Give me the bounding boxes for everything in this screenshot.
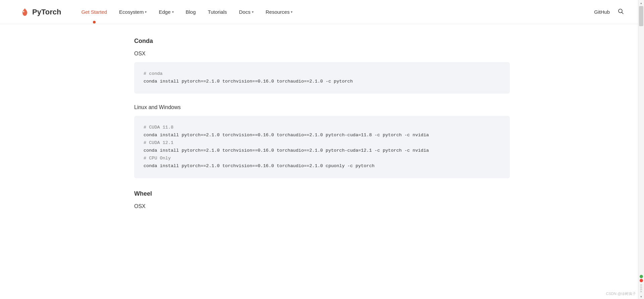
navbar-right: GitHub	[594, 8, 624, 16]
nav-blog-label: Blog	[186, 9, 196, 15]
nav-edge-label: Edge	[159, 9, 170, 15]
osx-conda-code-block: # conda conda install pytorch==2.1.0 tor…	[134, 62, 510, 94]
linux-windows-conda-code-block: # CUDA 11.8 conda install pytorch==2.1.0…	[134, 116, 510, 178]
docs-chevron-icon: ▾	[252, 10, 254, 14]
code-line-cuda121-comment: # CUDA 12.1	[144, 139, 500, 147]
conda-heading: Conda	[134, 38, 510, 45]
code-line-cuda118-install: conda install pytorch==2.1.0 torchvision…	[144, 132, 500, 139]
scroll-up-arrow[interactable]: ▲	[639, 1, 644, 5]
nav-ecosystem-label: Ecosystem	[119, 9, 144, 15]
nav-get-started[interactable]: Get Started	[81, 8, 107, 16]
code-line-osx-conda-install: conda install pytorch==2.1.0 torchvision…	[144, 78, 500, 86]
nav-tutorials-label: Tutorials	[208, 9, 227, 15]
osx-conda-subsection: OSX # conda conda install pytorch==2.1.0…	[134, 51, 510, 94]
status-dot-red	[640, 279, 643, 282]
ecosystem-chevron-icon: ▾	[145, 10, 147, 14]
search-icon	[618, 8, 624, 14]
navbar: PyTorch Get Started Ecosystem ▾ Edge ▾ B…	[0, 0, 644, 24]
code-line-cpu-comment: # CPU Only	[144, 155, 500, 162]
status-dot-green	[640, 275, 643, 278]
nav-docs[interactable]: Docs ▾	[239, 8, 254, 16]
osx-wheel-subsection: OSX	[134, 203, 510, 209]
nav-tutorials[interactable]: Tutorials	[208, 8, 227, 16]
resources-chevron-icon: ▾	[291, 10, 292, 14]
wheel-heading: Wheel	[134, 190, 510, 197]
watermark: CSDN @绿树疯子	[606, 291, 636, 296]
scroll-down-arrow[interactable]: ▼	[639, 294, 644, 299]
nav-github[interactable]: GitHub	[594, 9, 610, 15]
navbar-logo[interactable]: PyTorch	[20, 7, 61, 17]
side-value-label: 0.0	[640, 284, 643, 288]
nav-links: Get Started Ecosystem ▾ Edge ▾ Blog Tuto…	[81, 8, 594, 16]
code-line-cpu-install: conda install pytorch==2.1.0 torchvision…	[144, 162, 500, 170]
pytorch-flame-icon	[20, 7, 30, 17]
side-value-label-2: 0.4	[640, 289, 643, 292]
code-line-cuda121-install: conda install pytorch==2.1.0 torchvision…	[144, 147, 500, 155]
conda-section: Conda OSX # conda conda install pytorch=…	[134, 38, 510, 178]
search-button[interactable]	[618, 8, 624, 16]
nav-edge[interactable]: Edge ▾	[159, 8, 173, 16]
code-line-comment-conda: # conda	[144, 70, 500, 78]
osx-conda-heading: OSX	[134, 51, 510, 57]
brand-name: PyTorch	[32, 8, 61, 16]
scrollbar-thumb[interactable]	[639, 6, 643, 26]
linux-windows-conda-subsection: Linux and Windows # CUDA 11.8 conda inst…	[134, 104, 510, 178]
code-line-cuda118-comment: # CUDA 11.8	[144, 124, 500, 132]
svg-point-0	[23, 11, 24, 12]
linux-windows-conda-heading: Linux and Windows	[134, 104, 510, 110]
wheel-section: Wheel OSX	[134, 190, 510, 209]
nav-ecosystem[interactable]: Ecosystem ▾	[119, 8, 147, 16]
nav-get-started-label: Get Started	[81, 9, 107, 15]
scrollbar-panel: ▲ 0.0 0.4 ▼	[638, 0, 644, 299]
main-content: Conda OSX # conda conda install pytorch=…	[114, 24, 530, 242]
nav-blog[interactable]: Blog	[186, 8, 196, 16]
edge-chevron-icon: ▾	[172, 10, 174, 14]
scrollbar-track[interactable]	[638, 5, 644, 273]
nav-docs-label: Docs	[239, 9, 251, 15]
svg-line-2	[622, 12, 624, 14]
nav-resources[interactable]: Resources ▾	[266, 8, 293, 16]
nav-resources-label: Resources	[266, 9, 290, 15]
osx-wheel-heading: OSX	[134, 203, 510, 209]
